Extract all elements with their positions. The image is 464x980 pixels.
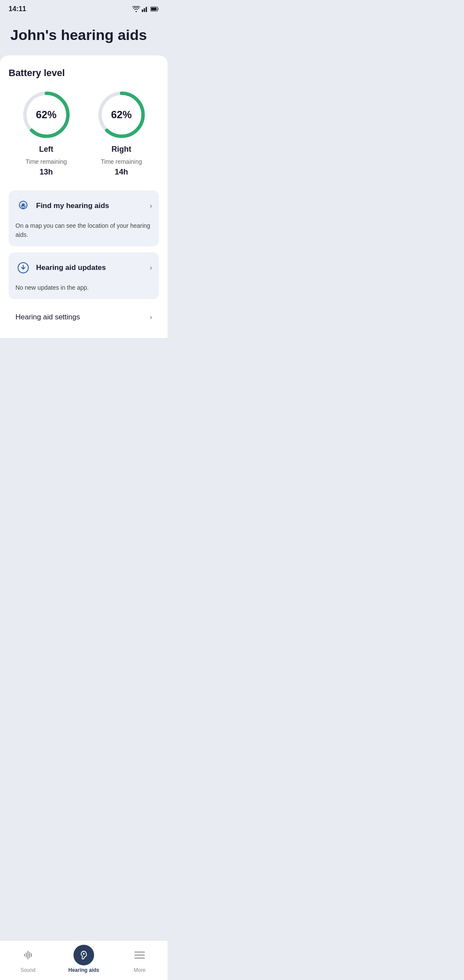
battery-right: 62% Right Time remaining 14h	[96, 89, 147, 177]
battery-left-time-value: 13h	[40, 168, 53, 177]
status-time: 14:11	[9, 5, 26, 13]
svg-rect-2	[146, 7, 147, 12]
svg-point-11	[22, 204, 25, 207]
status-bar: 14:11	[0, 0, 168, 16]
signal-icon	[142, 6, 149, 12]
content-card: Battery level 62% Left Time remaining 13…	[0, 55, 168, 338]
battery-section: Battery level 62% Left Time remaining 13…	[9, 67, 159, 177]
header: John's hearing aids	[0, 16, 168, 55]
find-card[interactable]: Find my hearing aids › On a map you can …	[9, 190, 159, 246]
status-icons	[132, 6, 159, 12]
update-card-chevron: ›	[150, 264, 152, 272]
svg-rect-0	[142, 9, 143, 12]
battery-left-label: Left	[39, 145, 53, 154]
battery-section-title: Battery level	[9, 67, 159, 79]
update-card-title: Hearing aid updates	[36, 263, 106, 272]
battery-right-circle: 62%	[96, 89, 147, 141]
settings-row-chevron: ›	[150, 313, 152, 321]
battery-right-percent: 62%	[111, 109, 131, 121]
update-card[interactable]: Hearing aid updates › No new updates in …	[9, 252, 159, 299]
find-icon	[15, 198, 31, 214]
svg-rect-5	[151, 8, 157, 11]
find-card-body: On a map you can see the location of you…	[9, 221, 159, 246]
update-card-header[interactable]: Hearing aid updates ›	[9, 252, 159, 283]
svg-rect-3	[148, 6, 149, 12]
find-card-header[interactable]: Find my hearing aids ›	[9, 190, 159, 221]
battery-right-time-value: 14h	[115, 168, 128, 177]
update-icon	[15, 260, 31, 276]
page-title: John's hearing aids	[10, 27, 157, 43]
svg-rect-1	[144, 8, 145, 12]
wifi-icon	[132, 6, 140, 12]
battery-left-time-label: Time remaining	[26, 158, 67, 165]
find-card-header-left: Find my hearing aids	[15, 198, 109, 214]
battery-left: 62% Left Time remaining 13h	[21, 89, 72, 177]
find-card-title: Find my hearing aids	[36, 202, 109, 210]
battery-right-label: Right	[112, 145, 131, 154]
settings-row-title: Hearing aid settings	[15, 313, 80, 322]
battery-left-circle: 62%	[21, 89, 72, 141]
battery-container: 62% Left Time remaining 13h 62% Right Ti…	[9, 89, 159, 177]
find-card-chevron: ›	[150, 202, 152, 210]
battery-left-percent: 62%	[36, 109, 56, 121]
battery-right-time-label: Time remaining	[101, 158, 142, 165]
update-card-header-left: Hearing aid updates	[15, 260, 106, 276]
update-card-body: No new updates in the app.	[9, 283, 159, 299]
settings-row[interactable]: Hearing aid settings ›	[9, 305, 159, 329]
battery-status-icon	[150, 6, 159, 12]
